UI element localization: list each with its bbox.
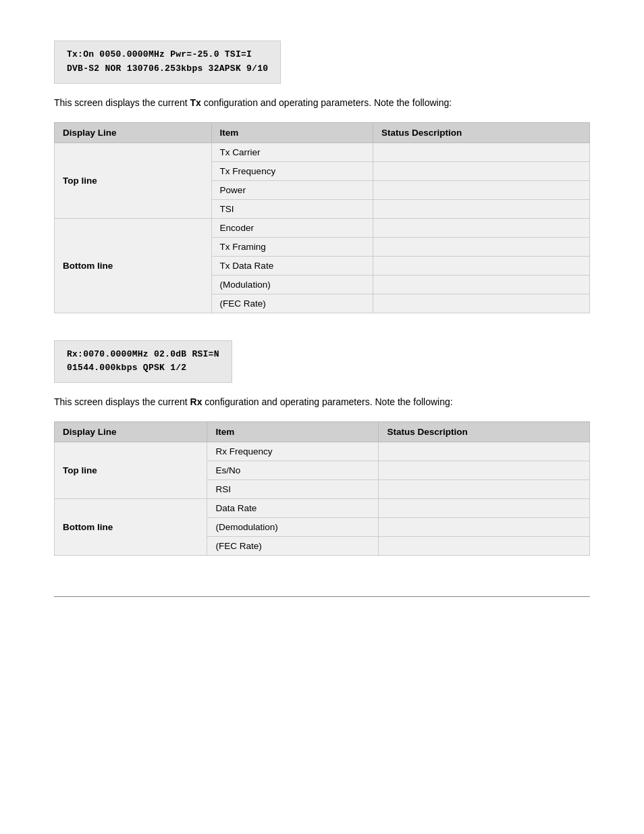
tx-table-header-row: Display Line Item Status Description [55, 122, 590, 142]
rx-status-esno [379, 461, 590, 480]
rx-status-demodulation [379, 518, 590, 537]
rx-desc-prefix: This screen displays the current [54, 396, 190, 407]
rx-item-esno: Es/No [207, 461, 379, 480]
tx-item-tx-framing: Tx Framing [211, 237, 373, 256]
tx-bottom-line-label: Bottom line [55, 218, 212, 313]
tx-desc-suffix: configuration and operating parameters. … [201, 97, 452, 108]
tx-col-status: Status Description [373, 122, 589, 142]
table-row: Top line Tx Carrier [55, 142, 590, 161]
tx-top-line-label: Top line [55, 142, 212, 218]
tx-item-tx-data-rate: Tx Data Rate [211, 256, 373, 275]
rx-status-rx-frequency [379, 442, 590, 461]
page-divider [54, 596, 590, 597]
tx-item-encoder: Encoder [211, 218, 373, 237]
rx-code-line1: Rx:0070.0000MHz 02.0dB RSI=N [67, 348, 219, 362]
tx-table: Display Line Item Status Description Top… [54, 122, 590, 313]
rx-desc-bold: Rx [190, 396, 203, 407]
rx-item-rx-frequency: Rx Frequency [207, 442, 379, 461]
tx-desc-bold: Tx [190, 97, 201, 108]
tx-description: This screen displays the current Tx conf… [54, 96, 590, 110]
tx-status-power [373, 180, 589, 199]
rx-table: Display Line Item Status Description Top… [54, 421, 590, 556]
tx-code-line2: DVB-S2 NOR 130706.253kbps 32APSK 9/10 [67, 62, 268, 76]
rx-table-header-row: Display Line Item Status Description [55, 422, 590, 442]
rx-description: This screen displays the current Rx conf… [54, 395, 590, 409]
tx-status-tx-data-rate [373, 256, 589, 275]
tx-code-line1: Tx:On 0050.0000MHz Pwr=-25.0 TSI=I [67, 48, 268, 62]
rx-item-data-rate: Data Rate [207, 499, 379, 518]
tx-status-tx-framing [373, 237, 589, 256]
tx-item-tx-frequency: Tx Frequency [211, 161, 373, 180]
rx-col-status: Status Description [379, 422, 590, 442]
table-row: Top line Rx Frequency [55, 442, 590, 461]
table-row: Bottom line Data Rate [55, 499, 590, 518]
rx-col-display-line: Display Line [55, 422, 207, 442]
rx-col-item: Item [207, 422, 379, 442]
rx-item-fec-rate: (FEC Rate) [207, 537, 379, 556]
tx-section: Tx:On 0050.0000MHz Pwr=-25.0 TSI=I DVB-S… [54, 41, 590, 313]
tx-code-display: Tx:On 0050.0000MHz Pwr=-25.0 TSI=I DVB-S… [54, 41, 281, 84]
rx-top-line-label: Top line [55, 442, 207, 499]
rx-desc-suffix: configuration and operating parameters. … [202, 396, 452, 407]
tx-item-power: Power [211, 180, 373, 199]
tx-status-encoder [373, 218, 589, 237]
tx-status-tx-carrier [373, 142, 589, 161]
tx-col-item: Item [211, 122, 373, 142]
rx-status-rsi [379, 480, 590, 499]
tx-item-tx-carrier: Tx Carrier [211, 142, 373, 161]
rx-section: Rx:0070.0000MHz 02.0dB RSI=N 01544.000kb… [54, 340, 590, 556]
rx-bottom-line-label: Bottom line [55, 499, 207, 556]
tx-status-tx-frequency [373, 161, 589, 180]
tx-status-fec-rate [373, 294, 589, 313]
tx-item-fec-rate: (FEC Rate) [211, 294, 373, 313]
tx-col-display-line: Display Line [55, 122, 212, 142]
tx-desc-prefix: This screen displays the current [54, 97, 190, 108]
tx-item-modulation: (Modulation) [211, 275, 373, 294]
rx-code-line2: 01544.000kbps QPSK 1/2 [67, 361, 219, 375]
rx-code-display: Rx:0070.0000MHz 02.0dB RSI=N 01544.000kb… [54, 340, 232, 384]
tx-item-tsi: TSI [211, 199, 373, 218]
table-row: Bottom line Encoder [55, 218, 590, 237]
rx-item-demodulation: (Demodulation) [207, 518, 379, 537]
rx-status-data-rate [379, 499, 590, 518]
tx-status-modulation [373, 275, 589, 294]
tx-status-tsi [373, 199, 589, 218]
rx-status-fec-rate [379, 537, 590, 556]
rx-item-rsi: RSI [207, 480, 379, 499]
